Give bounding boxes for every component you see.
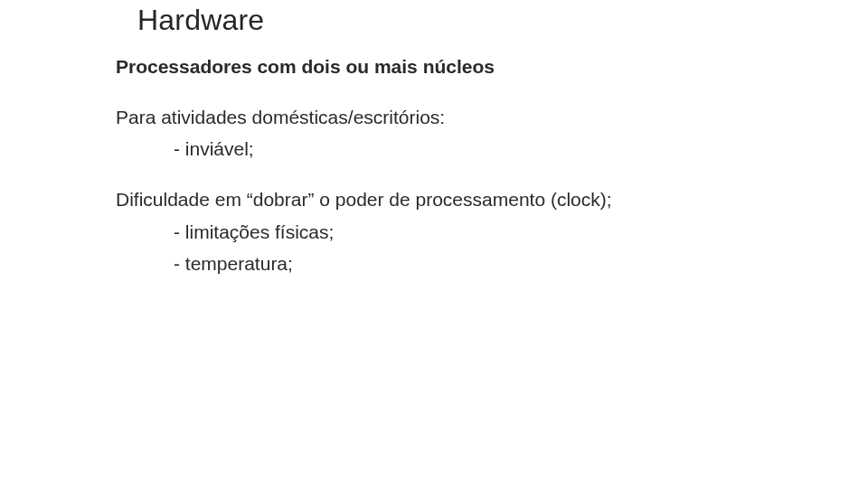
- slide: Hardware Processadores com dois ou mais …: [0, 0, 868, 488]
- section-1-lead: Para atividades domésticas/escritórios:: [116, 101, 785, 134]
- subheading: Processadores com dois ou mais núcleos: [116, 51, 785, 83]
- section-2-lead: Dificuldade em “dobrar” o poder de proce…: [116, 183, 785, 216]
- slide-title: Hardware: [137, 4, 264, 37]
- section-2-bullet-1: - limitações físicas;: [116, 216, 785, 249]
- section-1-bullet-1: - inviável;: [116, 133, 785, 165]
- slide-body: Processadores com dois ou mais núcleos P…: [116, 51, 785, 280]
- spacer: [116, 165, 785, 183]
- spacer: [116, 83, 785, 101]
- section-2-bullet-2: - temperatura;: [116, 248, 785, 280]
